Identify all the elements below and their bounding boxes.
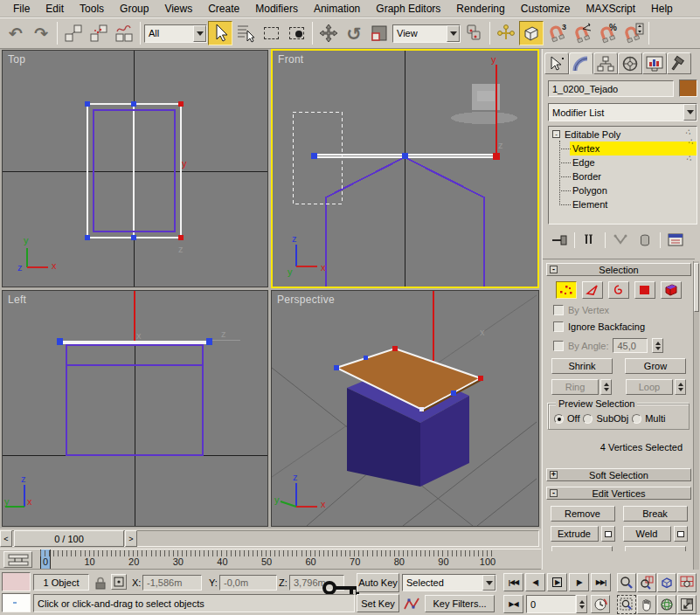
select-by-name-button[interactable] <box>233 21 258 45</box>
previous-frame-arrow[interactable]: < <box>0 530 12 547</box>
x-coordinate-field[interactable]: -1,586m <box>142 575 202 591</box>
weld-button[interactable]: Weld <box>623 526 671 542</box>
rectangular-selection-region-button[interactable] <box>259 21 283 45</box>
by-vertex-checkbox[interactable] <box>553 305 564 315</box>
zoom-button[interactable] <box>617 573 636 592</box>
menu-item[interactable]: Group <box>112 1 156 17</box>
collapse-icon[interactable]: - <box>550 489 558 497</box>
edge-mode-button[interactable] <box>582 281 603 299</box>
grow-button[interactable]: Grow <box>625 358 686 374</box>
soft-selection-rollout-header[interactable]: + Soft Selection <box>546 468 691 481</box>
extrude-button[interactable]: Extrude <box>551 526 599 542</box>
by-angle-checkbox[interactable] <box>553 341 564 351</box>
configure-modifier-sets-button[interactable] <box>664 231 687 250</box>
snaps-toggle-button[interactable] <box>519 21 544 45</box>
angle-snap-toggle-icon[interactable] <box>570 21 594 45</box>
object-color-swatch[interactable] <box>679 79 697 97</box>
key-filter-selection-dropdown[interactable]: Selected <box>402 574 496 591</box>
select-and-move-button[interactable] <box>316 21 341 45</box>
next-frame-arrow[interactable]: > <box>125 530 137 547</box>
zoom-extents-button[interactable] <box>657 573 676 592</box>
key-mode-toggle-button[interactable]: ▶◀ <box>503 595 523 613</box>
stack-subobject-item[interactable]: Polygon <box>549 183 697 197</box>
tab-utilities[interactable] <box>667 52 691 74</box>
maxscript-listener-pane[interactable] <box>2 593 31 612</box>
percent-snap-toggle-icon[interactable]: % <box>595 21 620 45</box>
menu-item[interactable]: Customize <box>513 1 579 17</box>
shrink-button[interactable]: Shrink <box>551 358 613 374</box>
default-tangent-button[interactable] <box>402 595 421 612</box>
menu-item[interactable]: Help <box>643 1 681 17</box>
select-object-button[interactable] <box>208 21 232 45</box>
selection-filter-dropdown[interactable]: All <box>144 24 207 43</box>
preview-radio[interactable]: SubObj <box>583 413 628 424</box>
menu-item[interactable]: File <box>5 1 38 17</box>
pan-button[interactable] <box>637 595 656 614</box>
viewport-top[interactable]: Top y z y x z <box>2 50 268 287</box>
frame-spinner[interactable] <box>576 595 587 613</box>
preview-radio[interactable]: Multi <box>632 413 665 424</box>
y-coordinate-field[interactable]: -0,0m <box>219 575 277 591</box>
dropdown-arrow-icon[interactable] <box>193 25 206 42</box>
extrude-settings-button[interactable] <box>601 526 615 542</box>
collapse-box-icon[interactable]: - <box>552 130 560 138</box>
vertex-mode-button[interactable] <box>556 281 577 299</box>
unlink-selection-icon[interactable] <box>87 21 111 45</box>
menu-item[interactable]: Edit <box>38 1 72 17</box>
tab-modify[interactable] <box>569 52 593 74</box>
menu-item[interactable]: Create <box>200 1 247 17</box>
next-frame-button[interactable]: |▶ <box>569 573 589 591</box>
track-bar[interactable]: 0102030405060708090100 <box>0 549 541 570</box>
tab-display[interactable] <box>642 52 667 74</box>
maxscript-listener-macro-pane[interactable] <box>2 572 31 591</box>
dropdown-arrow-icon[interactable] <box>683 104 697 121</box>
current-frame-field[interactable]: 0 <box>526 595 576 613</box>
element-mode-button[interactable] <box>661 281 682 299</box>
break-button[interactable]: Break <box>623 506 688 522</box>
snap-toggle-3d-icon[interactable]: 3 <box>544 21 569 45</box>
menu-item[interactable]: MAXScript <box>578 1 643 17</box>
viewport-perspective[interactable]: Perspective x z x y <box>271 290 539 527</box>
select-and-link-icon[interactable] <box>61 21 86 45</box>
min-max-toggle-button[interactable] <box>677 595 697 614</box>
select-and-scale-button[interactable] <box>367 21 392 45</box>
stack-item-editable-poly[interactable]: - Editable Poly <box>549 127 697 142</box>
menu-item[interactable]: Graph Editors <box>368 1 448 17</box>
border-mode-button[interactable] <box>608 281 629 299</box>
stack-subobject-item[interactable]: Border <box>549 169 697 183</box>
reference-coordinate-system-dropdown[interactable]: View <box>392 24 461 43</box>
menu-item[interactable]: Rendering <box>448 1 512 17</box>
bind-to-space-warp-icon[interactable] <box>112 21 136 45</box>
pin-stack-button[interactable] <box>548 231 571 250</box>
stack-subobject-item[interactable]: Element <box>549 197 697 211</box>
edit-vertices-rollout-header[interactable]: - Edit Vertices <box>546 487 691 500</box>
viewport-left[interactable]: Left z x z y x <box>2 290 268 527</box>
selection-lock-icon[interactable] <box>94 576 107 591</box>
time-slider-thumb[interactable]: 0 / 100 <box>14 530 124 547</box>
tab-motion[interactable] <box>618 52 642 74</box>
tab-create[interactable] <box>544 52 569 74</box>
viewport-front-active[interactable]: Front y z z y x <box>271 49 539 288</box>
tab-hierarchy[interactable] <box>593 52 618 74</box>
preview-radio[interactable]: Off <box>554 413 579 424</box>
mini-curve-editor-button[interactable] <box>3 551 32 568</box>
remove-button[interactable]: Remove <box>551 506 615 522</box>
menu-item[interactable]: Tools <box>72 1 112 17</box>
dropdown-arrow-icon[interactable] <box>447 25 460 42</box>
ring-button[interactable]: Ring <box>551 379 599 395</box>
modifier-list-dropdown[interactable]: Modifier List <box>548 103 697 121</box>
viewport-perspective-label[interactable]: Perspective <box>277 294 335 306</box>
collapse-icon[interactable]: - <box>550 266 558 273</box>
viewport-front-label[interactable]: Front <box>278 53 304 66</box>
viewport-top-label[interactable]: Top <box>8 53 25 66</box>
key-filters-button[interactable]: Key Filters... <box>425 595 495 612</box>
remove-modifier-button[interactable] <box>634 231 656 250</box>
ignore-backfacing-checkbox[interactable] <box>553 321 564 332</box>
scrollbar-thumb[interactable] <box>694 263 699 312</box>
go-to-start-button[interactable]: |◀◀ <box>503 573 523 591</box>
by-angle-field[interactable]: 45,0 <box>613 338 648 353</box>
absolute-offset-mode-toggle[interactable] <box>111 574 127 590</box>
by-angle-spinner[interactable] <box>652 338 663 353</box>
time-configuration-button[interactable] <box>591 595 610 613</box>
stack-subobject-item[interactable]: Edge <box>549 155 697 169</box>
